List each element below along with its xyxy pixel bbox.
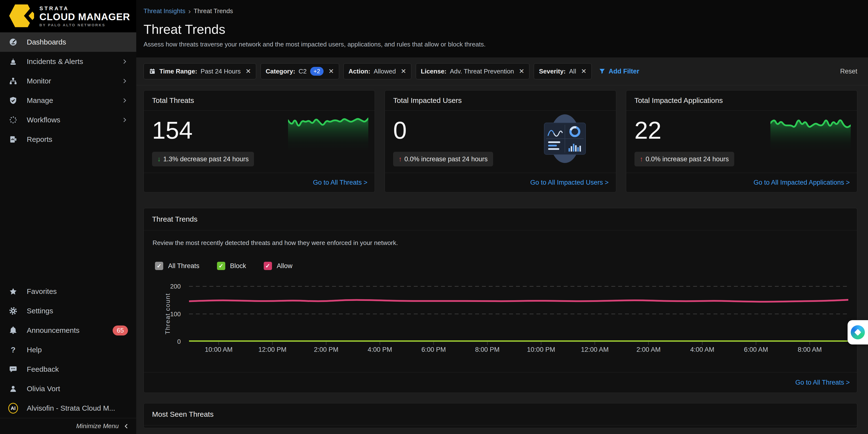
legend-label: Block bbox=[230, 262, 246, 270]
y-axis-tick-label: 0 bbox=[177, 338, 181, 345]
avatar: AI bbox=[8, 403, 18, 413]
x-axis-label: 10:00 AM bbox=[205, 346, 232, 353]
page-title: Threat Trends bbox=[144, 22, 858, 37]
close-icon[interactable]: ✕ bbox=[401, 67, 406, 75]
sidebar-item-feedback[interactable]: Feedback bbox=[0, 360, 136, 379]
threats-sparkline-chart bbox=[288, 115, 368, 151]
checkbox-all-threats[interactable]: ✓ bbox=[155, 262, 163, 270]
x-axis-label: 2:00 AM bbox=[637, 346, 660, 353]
y-axis-tick-label: 100 bbox=[170, 310, 181, 318]
legend-checkbox-allow[interactable]: ✓ Allow bbox=[264, 262, 293, 270]
brand-logo: STRATA CLOUD MANAGER BY PALO ALTO NETWOR… bbox=[0, 0, 136, 32]
most-seen-threats-panel: Most Seen Threats bbox=[144, 403, 857, 428]
report-icon bbox=[8, 134, 18, 144]
sidebar-item-incidents-alerts[interactable]: Incidents & Alerts bbox=[0, 52, 136, 71]
sidebar-item-label: Workflows bbox=[27, 116, 60, 124]
total-impacted-users-card: Total Impacted Users 0 bbox=[384, 90, 616, 192]
sidebar-item-label: Announcements bbox=[27, 326, 80, 335]
chip-label: License: bbox=[421, 68, 447, 75]
minimize-menu-label: Minimize Menu bbox=[76, 422, 119, 430]
checkbox-block[interactable]: ✓ bbox=[217, 262, 225, 270]
trend-arrow-icon: ↑ bbox=[399, 155, 402, 163]
panel-title: Threat Trends bbox=[144, 208, 857, 230]
breadcrumb-separator-icon: › bbox=[188, 7, 191, 15]
gear-icon bbox=[8, 306, 18, 316]
calendar-icon bbox=[149, 68, 156, 75]
add-filter-label: Add Filter bbox=[609, 68, 639, 75]
close-icon[interactable]: ✕ bbox=[581, 67, 587, 75]
add-filter-button[interactable]: Add Filter bbox=[598, 68, 639, 75]
sidebar-item-label: Feedback bbox=[27, 365, 59, 373]
chat-icon bbox=[8, 365, 18, 374]
sidebar-item-announcements[interactable]: Announcements 65 bbox=[0, 321, 136, 340]
x-axis-label: 6:00 AM bbox=[744, 346, 768, 353]
legend-checkbox-block[interactable]: ✓ Block bbox=[217, 262, 246, 270]
legend-checkbox-all-threats[interactable]: ✓ All Threats bbox=[155, 262, 199, 270]
y-axis-tick-label: 200 bbox=[170, 283, 181, 290]
chevron-right-icon bbox=[121, 117, 128, 123]
chip-label: Time Range: bbox=[159, 68, 197, 75]
announcements-badge: 65 bbox=[113, 326, 128, 336]
logo-line1: STRATA bbox=[39, 5, 130, 12]
sidebar-item-label: Incidents & Alerts bbox=[27, 57, 83, 66]
ai-avatar-icon: AI bbox=[8, 403, 18, 413]
change-text: 0.0% increase past 24 hours bbox=[646, 155, 729, 163]
sidebar-nav: Dashboards Incidents & Alerts Monitor bbox=[0, 32, 136, 149]
chip-more-badge: +2 bbox=[310, 67, 323, 76]
reset-button[interactable]: Reset bbox=[840, 68, 857, 75]
x-axis-label: 2:00 PM bbox=[314, 346, 338, 353]
close-icon[interactable]: ✕ bbox=[329, 67, 334, 75]
legend-label: Allow bbox=[277, 262, 293, 270]
copilot-launcher-button[interactable] bbox=[847, 320, 868, 344]
chevron-right-icon bbox=[121, 97, 128, 104]
funnel-icon bbox=[598, 68, 606, 75]
sidebar-item-user-olivia-vort[interactable]: Olivia Vort bbox=[0, 379, 136, 399]
go-to-all-threats-link[interactable]: Go to All Threats > bbox=[795, 379, 850, 386]
total-threats-card: Total Threats 154 ↓ 1.3% decrease past 2… bbox=[144, 90, 375, 192]
filter-chip-category[interactable]: Category: C2 +2 ✕ bbox=[260, 63, 339, 79]
panel-description: Review the most recently detected threat… bbox=[153, 239, 848, 247]
main-content: Threat Insights › Threat Trends Threat T… bbox=[136, 0, 868, 434]
sidebar-item-tenant-alvisofin[interactable]: AI Alvisofin - Strata Cloud M... bbox=[0, 399, 136, 418]
close-icon[interactable]: ✕ bbox=[519, 67, 525, 75]
plot-area: 10:00 AM12:00 PM2:00 PM4:00 PM6:00 PM8:0… bbox=[189, 281, 848, 361]
spinner-dots-icon bbox=[8, 115, 18, 125]
filter-chip-license[interactable]: License: Adv. Threat Prevention ✕ bbox=[416, 63, 530, 79]
chip-value: All bbox=[569, 68, 576, 75]
close-icon[interactable]: ✕ bbox=[245, 67, 251, 75]
gauge-icon bbox=[8, 37, 18, 47]
sidebar-item-reports[interactable]: Reports bbox=[0, 130, 136, 149]
sidebar: STRATA CLOUD MANAGER BY PALO ALTO NETWOR… bbox=[0, 0, 136, 434]
filter-chip-time-range[interactable]: Time Range: Past 24 Hours ✕ bbox=[144, 63, 256, 79]
sidebar-item-settings[interactable]: Settings bbox=[0, 301, 136, 321]
hierarchy-icon bbox=[8, 76, 18, 86]
go-to-all-threats-link[interactable]: Go to All Threats > bbox=[313, 179, 367, 186]
go-to-all-impacted-applications-link[interactable]: Go to All Impacted Applications > bbox=[754, 179, 850, 186]
logo-line2: CLOUD MANAGER bbox=[39, 12, 130, 22]
sidebar-item-manage[interactable]: Manage bbox=[0, 91, 136, 110]
applications-sparkline-chart bbox=[770, 115, 851, 151]
breadcrumb-link-threat-insights[interactable]: Threat Insights bbox=[144, 7, 185, 15]
sidebar-item-monitor[interactable]: Monitor bbox=[0, 71, 136, 91]
go-to-all-impacted-users-link[interactable]: Go to All Impacted Users > bbox=[530, 179, 609, 186]
filter-chip-action[interactable]: Action: Allowed ✕ bbox=[343, 63, 411, 79]
panel-title: Most Seen Threats bbox=[144, 403, 857, 426]
sidebar-item-label: Dashboards bbox=[27, 38, 66, 46]
bell-icon bbox=[8, 326, 18, 335]
x-axis-label: 4:00 PM bbox=[368, 346, 392, 353]
logo-line3: BY PALO ALTO NETWORKS bbox=[39, 23, 130, 27]
chip-label: Severity: bbox=[539, 68, 566, 75]
minimize-menu-button[interactable]: Minimize Menu bbox=[0, 418, 136, 434]
chevron-right-icon bbox=[121, 58, 128, 65]
sidebar-item-dashboards[interactable]: Dashboards bbox=[0, 32, 136, 52]
sidebar-item-label: Favorites bbox=[27, 287, 57, 296]
checkbox-allow[interactable]: ✓ bbox=[264, 262, 272, 270]
sidebar-item-label: Monitor bbox=[27, 77, 51, 85]
legend-label: All Threats bbox=[168, 262, 199, 270]
sidebar-item-workflows[interactable]: Workflows bbox=[0, 110, 136, 130]
chart-legend: ✓ All Threats ✓ Block ✓ Allow bbox=[153, 262, 848, 270]
breadcrumb: Threat Insights › Threat Trends bbox=[144, 7, 858, 15]
sidebar-item-favorites[interactable]: Favorites bbox=[0, 282, 136, 301]
sidebar-item-help[interactable]: ? Help bbox=[0, 340, 136, 360]
filter-chip-severity[interactable]: Severity: All ✕ bbox=[534, 63, 591, 79]
